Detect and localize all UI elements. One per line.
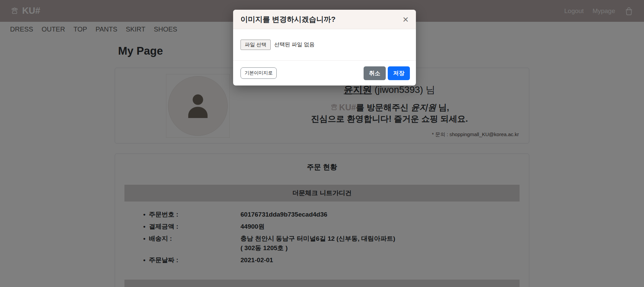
file-select-button[interactable]: 파일 선택 <box>240 40 271 50</box>
cancel-button[interactable]: 취소 <box>364 66 386 80</box>
default-image-button[interactable]: 기본이미지로 <box>240 67 277 79</box>
change-image-modal: 이미지를 변경하시겠습니까? × 파일 선택 선택된 파일 없음 기본이미지로 … <box>233 10 416 85</box>
modal-body: 파일 선택 선택된 파일 없음 <box>233 29 416 61</box>
modal-title: 이미지를 변경하시겠습니까? <box>240 14 336 24</box>
file-status-text: 선택된 파일 없음 <box>274 41 315 48</box>
page: KU# Logout Mypage DRESS OUTER TOP PANTS … <box>0 0 644 287</box>
modal-header: 이미지를 변경하시겠습니까? × <box>233 10 416 29</box>
modal-footer: 기본이미지로 취소 저장 <box>233 61 416 85</box>
save-button[interactable]: 저장 <box>388 66 410 80</box>
close-icon[interactable]: × <box>401 14 410 24</box>
